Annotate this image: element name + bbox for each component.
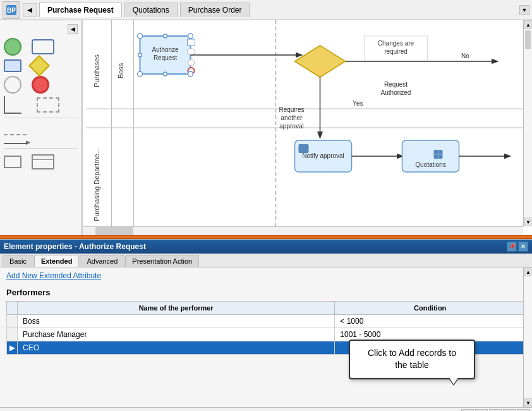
tab-purchase-order[interactable]: Purchase Order (180, 3, 250, 17)
svg-point-22 (138, 53, 142, 57)
svg-text:Request: Request (154, 54, 177, 61)
props-scroll-up[interactable]: ▲ (524, 267, 532, 276)
performers-title: Performers (6, 288, 526, 297)
tool-intermediate-event[interactable] (4, 76, 21, 94)
tool-dotted-line[interactable] (4, 124, 27, 140)
tab-advanced[interactable]: Advanced (80, 255, 124, 267)
tool-start-event[interactable] (4, 38, 21, 56)
tool-row-4 (4, 96, 78, 114)
row-indicator (7, 328, 18, 341)
svg-point-19 (188, 71, 193, 77)
tool-row-1 (4, 38, 78, 56)
svg-rect-13 (188, 49, 195, 55)
diagram-svg: Purchases Boss Purchasing Departme... Au… (83, 20, 532, 235)
tab-purchase-request[interactable]: Purchase Request (39, 3, 122, 17)
properties-panel: Element properties - Authorize Request 📌… (0, 239, 532, 411)
column-header-name: Name of the performer (18, 302, 335, 315)
main-area: ◀ (0, 20, 532, 235)
tool-row-3 (4, 76, 78, 94)
tab-quotations[interactable]: Quotations (124, 3, 178, 17)
svg-text:Notify approval: Notify approval (302, 152, 344, 159)
scroll-down-button[interactable]: ▼ (524, 218, 532, 226)
svg-point-16 (138, 34, 143, 39)
svg-text:Purchasing Departme...: Purchasing Departme... (93, 148, 100, 221)
tab-basic[interactable]: Basic (3, 255, 33, 267)
props-vertical-scrollbar[interactable]: ▲ ▼ (523, 267, 532, 407)
close-button[interactable]: ✕ (518, 242, 528, 252)
tool-task[interactable] (32, 39, 54, 54)
table-row[interactable]: Boss < 1000 (7, 315, 526, 328)
add-row-button[interactable] (489, 409, 502, 412)
tool-dashed-rect[interactable] (37, 97, 59, 113)
svg-point-14 (188, 59, 195, 66)
add-attribute-link[interactable]: Add New Extended Attribute (6, 271, 101, 280)
move-up-button[interactable]: ▲ (503, 409, 516, 412)
svg-text:Yes: Yes (353, 100, 363, 107)
tooltip-box: Click to Add records tothe table (349, 340, 475, 379)
svg-text:Boss: Boss (117, 63, 124, 78)
tool-row-6 (4, 143, 78, 144)
minimize-button[interactable]: ▼ (519, 5, 529, 15)
column-header-condition: Condition (335, 302, 526, 315)
tab-presentation-action[interactable]: Presentation Action (125, 255, 199, 267)
row-indicator (7, 315, 18, 328)
tool-subprocess[interactable] (4, 59, 21, 72)
svg-text:No: No (461, 52, 469, 59)
row-indicator-selected: ▶ (7, 341, 18, 355)
tool-row-2 (4, 58, 78, 73)
add-table-button[interactable] (461, 409, 474, 412)
tool-small-rect2[interactable] (4, 156, 21, 168)
tool-end-event[interactable] (32, 76, 49, 94)
svg-point-17 (188, 34, 193, 39)
svg-text:Request: Request (384, 81, 408, 88)
tool-row-7 (4, 154, 78, 169)
add-col-button[interactable] (475, 409, 488, 412)
props-scroll-down[interactable]: ▼ (524, 398, 532, 407)
svg-text:BP: BP (7, 7, 16, 14)
tool-corner[interactable] (4, 96, 21, 114)
app-icon[interactable]: BP (3, 1, 20, 19)
performer-name-selected[interactable]: CEO (18, 341, 335, 355)
svg-text:another: another (281, 114, 303, 121)
move-down-button[interactable]: ▼ (517, 409, 529, 412)
performers-section: Performers Name of the performer Conditi… (6, 288, 526, 355)
svg-text:Authorize: Authorize (152, 46, 179, 53)
svg-text:Purchases: Purchases (93, 54, 100, 87)
tool-gateway[interactable] (32, 58, 47, 73)
collapse-toolbar-button[interactable]: ◀ (68, 24, 78, 34)
performer-condition[interactable]: < 1000 (335, 315, 526, 328)
svg-point-20 (164, 34, 167, 38)
svg-text:Quotations: Quotations (415, 161, 445, 168)
properties-content: Add New Extended Attribute Performers Na… (0, 267, 532, 407)
svg-text:required: required (384, 48, 408, 55)
tab-extended[interactable]: Extended (34, 255, 80, 267)
tool-table[interactable] (32, 154, 54, 169)
svg-text:Changes are: Changes are (378, 40, 414, 47)
bottom-toolbar: ▲ ▼ (0, 407, 532, 411)
top-bar: BP ◀ Purchase Request Quotations Purchas… (0, 0, 532, 20)
canvas-area[interactable]: Purchases Boss Purchasing Departme... Au… (82, 20, 532, 235)
performer-name[interactable]: Boss (18, 315, 335, 328)
back-button[interactable]: ◀ (23, 3, 37, 17)
canvas-horizontal-scrollbar[interactable] (83, 226, 523, 235)
svg-point-21 (164, 72, 167, 76)
left-toolbar: ◀ (0, 20, 82, 235)
performer-name[interactable]: Purchase Manager (18, 328, 335, 341)
scroll-up-button[interactable]: ▲ (524, 20, 532, 29)
properties-title: Element properties - Authorize Request (4, 242, 146, 251)
canvas-vertical-scrollbar[interactable]: ▲ ▼ (523, 20, 532, 226)
svg-marker-25 (295, 46, 346, 77)
properties-header: Element properties - Authorize Request 📌… (0, 240, 532, 254)
pin-button[interactable]: 📌 (507, 242, 517, 252)
svg-rect-40 (299, 144, 309, 153)
svg-point-18 (138, 71, 143, 77)
tool-sequence-flow[interactable] (4, 143, 27, 144)
properties-tabs: Basic Extended Advanced Presentation Act… (0, 254, 532, 267)
row-indicator-header (7, 302, 18, 315)
svg-text:Requires: Requires (279, 106, 304, 113)
table-header-row: Name of the performer Condition (7, 302, 526, 315)
svg-rect-12 (188, 39, 195, 46)
tooltip-text: Click to Add records tothe table (368, 348, 456, 371)
svg-text:approval: approval (279, 123, 303, 130)
tooltip-arrow-inner (449, 377, 458, 384)
